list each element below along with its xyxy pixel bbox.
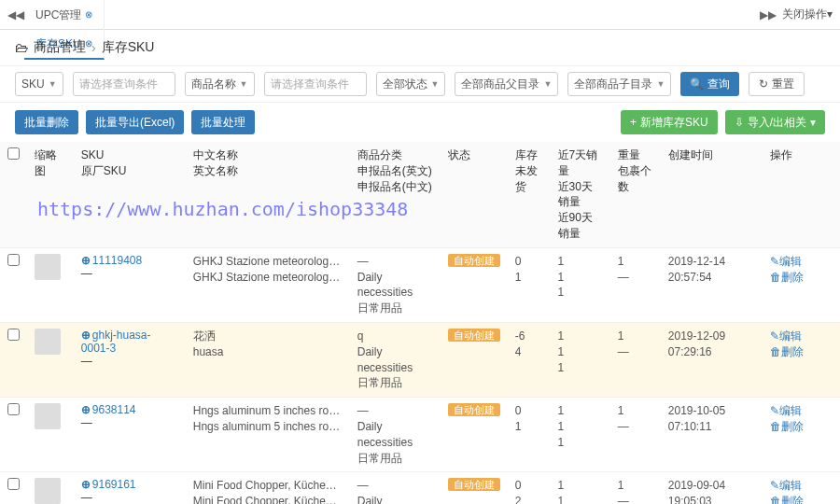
created-time: 2019-12-09 07:29:16 xyxy=(661,322,763,397)
edit-icon: ✎ xyxy=(770,329,779,343)
thumbnail[interactable] xyxy=(35,329,61,355)
delete-link[interactable]: 🗑删除 xyxy=(770,345,804,358)
status-badge: 自动创建 xyxy=(448,478,500,491)
table-row: ⊕9169161— Mini Food Chopper, Küchenutens… xyxy=(0,472,840,504)
col-name: 中文名称 英文名称 xyxy=(186,142,350,247)
col-thumb: 缩略图 xyxy=(27,142,74,247)
delete-link[interactable]: 🗑删除 xyxy=(770,271,804,284)
trash-icon: 🗑 xyxy=(770,345,781,358)
col-sku: SKU 原厂SKU xyxy=(74,142,186,247)
tabs-next[interactable]: ▶▶ xyxy=(760,8,777,21)
row-checkbox[interactable] xyxy=(7,478,20,490)
close-ops-dropdown[interactable]: 关闭操作▾ xyxy=(782,7,833,22)
batch-process-button[interactable]: 批量处理 xyxy=(191,110,255,134)
col-stock: 库存 未发货 xyxy=(508,142,551,247)
sku-link[interactable]: 11119408 xyxy=(92,254,142,267)
reset-button[interactable]: ↻重置 xyxy=(749,72,805,96)
folder-icon: 🗁 xyxy=(15,40,28,55)
edit-link[interactable]: ✎编辑 xyxy=(770,255,802,268)
expand-icon[interactable]: ⊕ xyxy=(81,254,91,267)
edit-icon: ✎ xyxy=(770,404,779,417)
col-cat: 商品分类 申报品名(英文) 申报品名(中文) xyxy=(350,142,441,247)
search-button[interactable]: 🔍查询 xyxy=(680,72,739,96)
query-input[interactable]: 请选择查询条件 xyxy=(73,72,175,96)
import-export-button[interactable]: ⇩导入/出相关▾ xyxy=(725,110,825,134)
edit-link[interactable]: ✎编辑 xyxy=(770,479,802,492)
table-row: ⊕ghkj-huasa-0001-3— 花洒huasa qDaily neces… xyxy=(0,322,840,397)
plus-icon: + xyxy=(630,116,637,129)
col-ops: 操作 xyxy=(763,142,840,247)
row-checkbox[interactable] xyxy=(7,254,20,266)
edit-link[interactable]: ✎编辑 xyxy=(770,329,802,343)
select-all-checkbox[interactable] xyxy=(7,147,20,160)
thumbnail[interactable] xyxy=(35,254,61,280)
table-row: ⊕11119408— GHKJ Stazione meteorologica W… xyxy=(0,247,840,322)
tabs-prev[interactable]: ◀◀ xyxy=(7,8,24,21)
trash-icon: 🗑 xyxy=(770,495,781,504)
status-badge: 自动创建 xyxy=(448,329,500,342)
sku-select[interactable]: SKU▼ xyxy=(15,72,63,96)
row-checkbox[interactable] xyxy=(7,403,20,415)
status-select[interactable]: 全部状态▼ xyxy=(376,72,446,96)
parent-cat-select[interactable]: 全部商品父目录▼ xyxy=(455,72,558,96)
table-row: ⊕9638114— Hngs aluminum 5 inches round w… xyxy=(0,398,840,472)
thumbnail[interactable] xyxy=(35,478,61,504)
edit-icon: ✎ xyxy=(770,255,779,268)
col-weight: 重量 包裹个数 xyxy=(610,142,661,247)
chevron-right-icon: › xyxy=(91,40,96,55)
row-checkbox[interactable] xyxy=(7,329,20,341)
created-time: 2019-12-14 20:57:54 xyxy=(661,247,763,322)
expand-icon[interactable]: ⊕ xyxy=(81,478,91,491)
status-badge: 自动创建 xyxy=(448,254,500,267)
child-cat-select[interactable]: 全部商品子目录▼ xyxy=(567,72,671,96)
batch-delete-button[interactable]: 批量删除 xyxy=(15,110,78,134)
delete-link[interactable]: 🗑删除 xyxy=(770,495,804,504)
delete-link[interactable]: 🗑删除 xyxy=(770,420,804,433)
sku-link[interactable]: 9638114 xyxy=(92,403,136,416)
status-badge: 自动创建 xyxy=(448,403,500,416)
close-icon[interactable]: ⊗ xyxy=(85,0,92,30)
name-select[interactable]: 商品名称▼ xyxy=(185,72,255,96)
name-input[interactable]: 请选择查询条件 xyxy=(264,72,367,96)
tab[interactable]: UPC管理⊗ xyxy=(24,0,105,30)
col-time: 创建时间 xyxy=(661,142,763,247)
breadcrumb-b: 库存SKU xyxy=(102,39,155,56)
trash-icon: 🗑 xyxy=(770,420,781,433)
edit-icon: ✎ xyxy=(770,479,779,492)
col-status: 状态 xyxy=(441,142,508,247)
thumbnail[interactable] xyxy=(35,403,61,429)
edit-link[interactable]: ✎编辑 xyxy=(770,404,802,417)
expand-icon[interactable]: ⊕ xyxy=(81,403,91,416)
created-time: 2019-10-05 07:10:11 xyxy=(661,398,763,472)
col-sales: 近7天销量 近30天销量 近90天销量 xyxy=(551,142,610,247)
sku-link[interactable]: 9169161 xyxy=(92,478,136,491)
expand-icon[interactable]: ⊕ xyxy=(81,329,91,342)
refresh-icon: ↻ xyxy=(759,77,768,91)
created-time: 2019-09-04 19:05:03 xyxy=(661,472,763,504)
trash-icon: 🗑 xyxy=(770,271,781,284)
batch-export-button[interactable]: 批量导出(Excel) xyxy=(86,110,184,134)
search-icon: 🔍 xyxy=(690,77,704,91)
breadcrumb-a[interactable]: 商品管理 xyxy=(34,39,86,56)
add-sku-button[interactable]: +新增库存SKU xyxy=(621,110,718,134)
sku-link[interactable]: ghkj-huasa-0001-3 xyxy=(81,329,151,355)
download-icon: ⇩ xyxy=(735,116,744,129)
